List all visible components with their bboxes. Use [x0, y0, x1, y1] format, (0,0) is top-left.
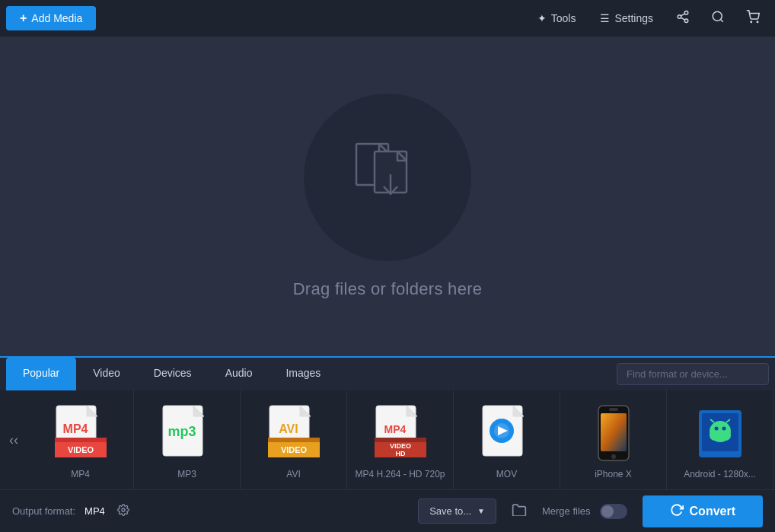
add-media-label: Add Media: [31, 12, 82, 24]
svg-line-6: [720, 19, 722, 21]
svg-point-0: [684, 11, 688, 15]
format-icon-avi: VIDEO AVI: [267, 403, 321, 464]
svg-point-1: [678, 15, 681, 19]
plus-icon: +: [20, 11, 27, 25]
tab-images[interactable]: Images: [269, 358, 337, 390]
svg-rect-35: [609, 408, 618, 411]
menu-icon: ☰: [600, 12, 610, 24]
format-label-mp4hd: MP4 H.264 - HD 720p: [355, 469, 445, 479]
share-icon: [676, 13, 690, 26]
svg-text:MP4: MP4: [62, 422, 88, 435]
search-icon: [711, 13, 725, 26]
convert-button[interactable]: Convert: [643, 495, 763, 527]
svg-line-3: [681, 18, 684, 20]
drop-circle: [304, 94, 471, 261]
format-label-android: Android - 1280x...: [684, 469, 756, 479]
save-to-button[interactable]: Save to... ▼: [418, 499, 496, 524]
convert-label: Convert: [690, 505, 735, 518]
svg-rect-14: [55, 438, 107, 442]
format-label-avi: AVI: [286, 469, 300, 479]
output-settings-button[interactable]: [114, 501, 132, 522]
svg-rect-41: [710, 430, 731, 441]
cart-button[interactable]: [737, 5, 769, 32]
format-item-mp4hd[interactable]: VIDEO HD MP4 MP4 H.264 - HD 720p: [347, 390, 454, 489]
svg-text:VIDEO: VIDEO: [67, 445, 94, 454]
svg-point-37: [611, 454, 616, 459]
output-format-value: MP4: [85, 505, 105, 517]
format-label-mp3: MP3: [177, 469, 196, 479]
format-tabs: Popular Video Devices Audio Images: [0, 358, 775, 390]
folder-icon: [512, 504, 527, 519]
format-icon-mp3: mp3: [161, 403, 214, 464]
format-icon-iphone: [587, 403, 640, 464]
format-item-android[interactable]: Android - 1280x...: [667, 390, 773, 489]
header-nav: ✦ Tools ☰ Settings: [527, 5, 769, 32]
svg-text:MP4: MP4: [384, 423, 406, 435]
tab-audio[interactable]: Audio: [209, 358, 269, 390]
folder-button[interactable]: [506, 499, 533, 523]
cart-icon: [746, 13, 760, 26]
tools-button[interactable]: ✦ Tools: [527, 7, 587, 30]
bottom-bar: Output format: MP4 Save to... ▼ Merge fi…: [0, 489, 775, 532]
format-item-avi[interactable]: VIDEO AVI AVI: [241, 390, 347, 489]
svg-line-4: [681, 14, 684, 16]
search-button[interactable]: [702, 5, 734, 32]
format-icon-mp4hd: VIDEO HD MP4: [374, 403, 427, 464]
format-label-iphone: iPhone X: [595, 469, 632, 479]
tab-video[interactable]: Video: [76, 358, 137, 390]
format-item-iphone[interactable]: iPhone X: [560, 390, 667, 489]
svg-point-2: [684, 19, 688, 23]
save-to-label: Save to...: [429, 505, 471, 517]
svg-text:mp3: mp3: [167, 424, 196, 439]
svg-point-5: [713, 11, 722, 21]
tools-icon: ✦: [537, 12, 547, 24]
svg-rect-36: [601, 413, 627, 451]
refresh-icon: [670, 503, 684, 520]
format-item-mov[interactable]: MOV: [454, 390, 560, 489]
merge-files-label: Merge files: [542, 505, 591, 517]
svg-point-42: [714, 427, 718, 431]
svg-point-7: [751, 21, 752, 23]
svg-text:VIDEO: VIDEO: [389, 442, 410, 450]
svg-point-8: [757, 21, 758, 23]
format-icon-android: [694, 403, 747, 464]
svg-point-46: [122, 508, 125, 511]
format-search-input[interactable]: [617, 363, 769, 385]
format-list-container: ‹‹ VIDEO MP4 MP4: [0, 390, 775, 489]
tab-popular[interactable]: Popular: [6, 358, 76, 390]
app-header: + Add Media ✦ Tools ☰ Settings: [0, 0, 775, 37]
add-media-button[interactable]: + Add Media: [6, 6, 96, 30]
gear-icon: [117, 505, 129, 518]
format-icon-mov: [480, 403, 534, 464]
svg-text:AVI: AVI: [279, 422, 298, 435]
merge-files-toggle[interactable]: [600, 504, 627, 519]
format-tabs-bar: Popular Video Devices Audio Images: [0, 356, 775, 390]
format-item-mp3[interactable]: mp3 MP3: [134, 390, 241, 489]
collapse-button[interactable]: ‹‹: [0, 390, 27, 489]
settings-button[interactable]: ☰ Settings: [589, 7, 664, 30]
tab-devices[interactable]: Devices: [137, 358, 209, 390]
format-label-mp4: MP4: [71, 469, 90, 479]
svg-rect-21: [268, 438, 320, 442]
svg-text:HD: HD: [395, 450, 405, 457]
svg-text:VIDEO: VIDEO: [280, 445, 307, 454]
format-item-mp4[interactable]: VIDEO MP4 MP4: [27, 390, 134, 489]
format-label-mov: MOV: [496, 469, 517, 479]
drop-zone-text: Drag files or folders here: [293, 279, 483, 299]
svg-point-43: [722, 427, 726, 431]
share-button[interactable]: [667, 5, 699, 32]
output-format-prefix: Output format:: [12, 505, 75, 517]
format-list: VIDEO MP4 MP4 mp3 MP3: [27, 390, 775, 489]
drop-zone[interactable]: Drag files or folders here: [0, 37, 775, 356]
chevron-left-icon: ‹‹: [9, 432, 18, 448]
dropdown-arrow-icon: ▼: [477, 507, 485, 515]
format-icon-mp4: VIDEO MP4: [54, 403, 107, 464]
drop-file-icon: [353, 138, 422, 217]
